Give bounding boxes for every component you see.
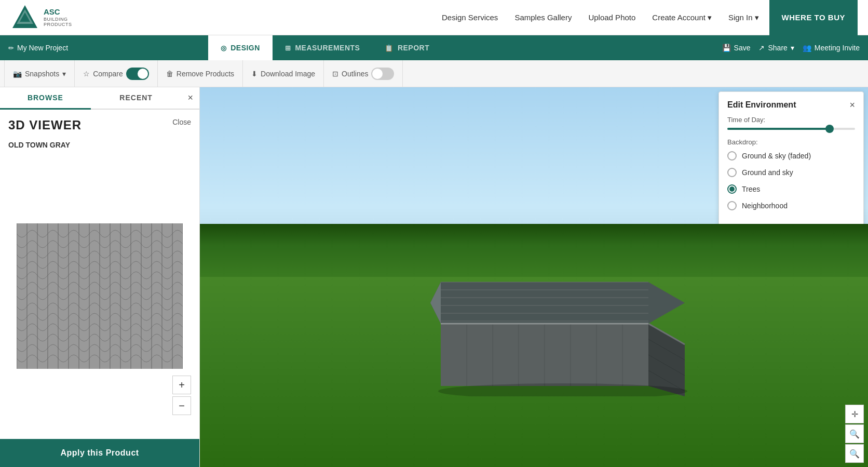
tab-recent[interactable]: RECENT: [91, 87, 182, 110]
zoom-in-icon: 🔍: [849, 429, 860, 439]
share-icon: ↗: [758, 44, 765, 52]
outlines-button[interactable]: ⊡ Outlines: [324, 60, 403, 87]
left-panel: BROWSE RECENT × Close 3D VIEWER OLD TOWN…: [0, 87, 200, 467]
trees-label: Trees: [742, 185, 760, 193]
time-slider-track: [727, 128, 830, 130]
building-container: [430, 230, 690, 398]
zoom-out-map-button[interactable]: 🔍: [845, 444, 864, 463]
toolbar: 📷 Snapshots ▾ ☆ Compare 🗑 Remove Product…: [0, 60, 868, 87]
backdrop-option-trees[interactable]: Trees: [727, 184, 855, 194]
star-icon: ☆: [83, 70, 90, 78]
radio-trees: [727, 184, 737, 194]
zoom-out-icon: 🔍: [849, 449, 860, 459]
backdrop-option-ground-and-sky[interactable]: Ground and sky: [727, 168, 855, 177]
zoom-in-map-button[interactable]: 🔍: [845, 424, 864, 443]
outlines-toggle[interactable]: [371, 68, 394, 80]
backdrop-label: Backdrop:: [727, 138, 855, 146]
apply-product-button[interactable]: Apply this Product: [0, 439, 199, 467]
neighborhood-label: Neighborhood: [742, 202, 788, 210]
radio-neighborhood: [727, 201, 737, 210]
snapshots-dropdown-arrow: ▾: [62, 70, 66, 78]
radio-ground-and-sky: [727, 168, 737, 177]
share-dropdown-arrow: ▾: [791, 44, 794, 52]
edit-env-header: Edit Environment ×: [727, 100, 855, 110]
snapshots-button[interactable]: 📷 Snapshots ▾: [4, 60, 75, 87]
nav-tabs: ◎ DESIGN ⊞ MEASUREMENTS 📋 REPORT: [208, 35, 442, 60]
product-image: [17, 223, 183, 369]
download-icon: ⬇: [251, 70, 257, 78]
project-name-label: My New Project: [17, 44, 68, 52]
nav-upload-photo[interactable]: Upload Photo: [588, 13, 635, 22]
remove-products-button[interactable]: 🗑 Remove Products: [158, 60, 243, 87]
product-name: OLD TOWN GRAY: [0, 137, 199, 153]
edit-env-close-button[interactable]: ×: [849, 100, 855, 110]
where-to-buy-button[interactable]: WHERE TO BUY: [769, 0, 858, 35]
panel-close-button[interactable]: ×: [182, 87, 200, 109]
corrugated-svg: [17, 223, 183, 369]
radio-ground-sky-faded: [727, 151, 737, 161]
dropdown-arrow-signin: ▾: [755, 13, 759, 22]
share-action[interactable]: ↗ Share ▾: [758, 44, 794, 52]
viewer-title: 3D VIEWER: [8, 118, 191, 132]
nav-sign-in[interactable]: Sign In ▾: [728, 13, 759, 22]
design-icon: ◎: [221, 44, 227, 52]
save-action[interactable]: 💾 Save: [722, 44, 751, 52]
outline-icon: ⊡: [332, 70, 338, 78]
main-content: BROWSE RECENT × Close 3D VIEWER OLD TOWN…: [0, 87, 868, 467]
viewer-area[interactable]: Edit Environment × Time of Day: Backdrop…: [200, 87, 868, 467]
compare-toggle-thumb: [138, 69, 148, 79]
tab-browse[interactable]: BROWSE: [0, 87, 91, 110]
nav-design-services[interactable]: Design Services: [442, 13, 498, 22]
time-of-day-section: Time of Day:: [727, 116, 855, 130]
top-nav: ASC BUILDING PRODUCTS Design Services Sa…: [0, 0, 868, 35]
viewer-header: Close 3D VIEWER: [0, 110, 199, 137]
nav-links: Design Services Samples Gallery Upload P…: [442, 13, 759, 22]
radio-trees-inner: [729, 186, 735, 192]
scene-background: Edit Environment × Time of Day: Backdrop…: [200, 87, 868, 467]
second-nav: ✏ My New Project ◎ DESIGN ⊞ MEASUREMENTS…: [0, 35, 868, 60]
nav-actions: 💾 Save ↗ Share ▾ 👥 Meeting Invite: [722, 44, 860, 52]
project-name-area[interactable]: ✏ My New Project: [8, 44, 68, 52]
compare-button[interactable]: ☆ Compare: [75, 60, 158, 87]
ground-sky-faded-label: Ground & sky (faded): [742, 152, 811, 160]
report-icon: 📋: [385, 44, 394, 52]
time-slider-thumb: [825, 125, 834, 133]
tab-measurements[interactable]: ⊞ MEASUREMENTS: [273, 35, 373, 60]
logo-area[interactable]: ASC BUILDING PRODUCTS: [10, 3, 72, 32]
edit-env-title: Edit Environment: [727, 100, 796, 110]
building-svg: [430, 230, 690, 396]
tab-report[interactable]: 📋 REPORT: [372, 35, 442, 60]
meeting-invite-action[interactable]: 👥 Meeting Invite: [803, 44, 860, 52]
time-slider[interactable]: [727, 128, 855, 130]
close-link[interactable]: Close: [172, 118, 191, 126]
nav-samples-gallery[interactable]: Samples Gallery: [514, 13, 572, 22]
logo-text: ASC BUILDING PRODUCTS: [44, 8, 72, 27]
pan-control-button[interactable]: ✛: [845, 405, 864, 423]
dropdown-arrow-create: ▾: [708, 13, 712, 22]
pan-icon: ✛: [851, 409, 858, 419]
pencil-icon: ✏: [8, 44, 14, 52]
time-of-day-label: Time of Day:: [727, 116, 855, 124]
nav-create-account[interactable]: Create Account ▾: [652, 13, 712, 22]
backdrop-option-ground-sky-faded[interactable]: Ground & sky (faded): [727, 151, 855, 161]
svg-marker-23: [430, 282, 685, 324]
meeting-icon: 👥: [803, 44, 811, 52]
panel-tabs: BROWSE RECENT ×: [0, 87, 199, 110]
map-controls: ✛ 🔍 🔍: [845, 405, 864, 463]
logo-icon: [10, 3, 39, 32]
svg-marker-43: [430, 282, 441, 324]
zoom-controls: + −: [172, 376, 191, 415]
zoom-out-button[interactable]: −: [172, 396, 191, 415]
trash-icon: 🗑: [166, 70, 173, 78]
camera-icon: 📷: [13, 70, 22, 78]
compare-toggle[interactable]: [126, 68, 149, 80]
tab-design[interactable]: ◎ DESIGN: [208, 35, 273, 60]
ground-and-sky-label: Ground and sky: [742, 168, 793, 177]
measurements-icon: ⊞: [285, 44, 291, 52]
backdrop-option-neighborhood[interactable]: Neighborhood: [727, 201, 855, 210]
zoom-in-button[interactable]: +: [172, 376, 191, 394]
edit-environment-panel: Edit Environment × Time of Day: Backdrop…: [718, 91, 864, 226]
download-image-button[interactable]: ⬇ Download Image: [243, 60, 324, 87]
outlines-toggle-thumb: [372, 69, 383, 79]
product-image-area: [0, 153, 199, 439]
